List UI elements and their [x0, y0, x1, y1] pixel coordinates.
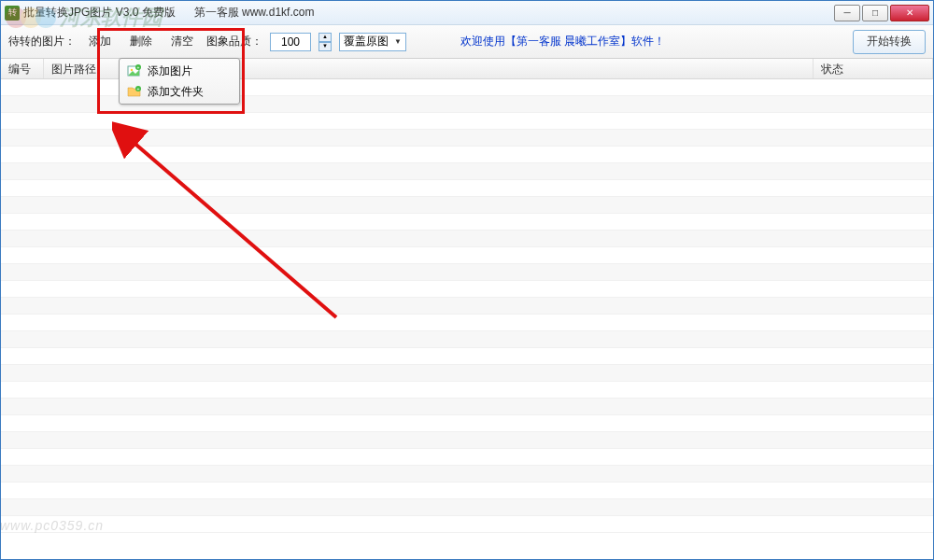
table-row: [1, 231, 933, 247]
start-convert-button[interactable]: 开始转换: [853, 30, 926, 54]
table-row: [1, 499, 933, 516]
table-row: [1, 331, 933, 348]
table-row: [1, 432, 933, 449]
table-row: [1, 382, 933, 399]
image-icon: +: [127, 63, 142, 78]
table-row: [1, 130, 933, 147]
site-info: 第一客服 www.d1kf.com: [194, 5, 315, 21]
add-image-item[interactable]: + 添加图片: [121, 61, 237, 81]
add-image-label: 添加图片: [148, 63, 192, 79]
table-row: [1, 264, 933, 281]
window-controls: ─ □ ✕: [834, 5, 929, 21]
table-row: [1, 449, 933, 466]
chevron-down-icon: ▼: [394, 37, 402, 46]
images-label: 待转的图片：: [8, 34, 76, 49]
spinner-up[interactable]: ▲: [318, 33, 332, 42]
app-title: 批量转换JPG图片 V3.0 免费版: [23, 5, 176, 21]
table-row: [1, 147, 933, 163]
quality-label: 图象品质：: [206, 34, 262, 49]
col-number[interactable]: 编号: [1, 59, 44, 78]
spinner-down[interactable]: ▼: [318, 42, 332, 51]
table-row: [1, 247, 933, 264]
table-row: [1, 214, 933, 231]
quality-input[interactable]: [270, 33, 311, 51]
overwrite-label: 覆盖原图: [344, 34, 389, 49]
svg-text:+: +: [137, 64, 140, 70]
add-dropdown-menu: + 添加图片 + 添加文件夹: [119, 58, 240, 105]
table-row: [1, 163, 933, 180]
table-row: [1, 483, 933, 499]
titlebar: 转 批量转换JPG图片 V3.0 免费版 第一客服 www.d1kf.com ─…: [1, 1, 933, 25]
svg-point-1: [131, 69, 133, 71]
folder-icon: +: [127, 84, 142, 99]
table-row: [1, 365, 933, 382]
table-row: [1, 516, 933, 533]
close-button[interactable]: ✕: [890, 5, 929, 21]
col-status[interactable]: 状态: [814, 59, 933, 78]
welcome-text: 欢迎使用【第一客服 晨曦工作室】软件！: [460, 34, 665, 49]
table-row: [1, 113, 933, 130]
table-row: [1, 466, 933, 483]
overwrite-combo[interactable]: 覆盖原图 ▼: [339, 33, 406, 51]
add-link[interactable]: 添加: [83, 32, 117, 51]
minimize-button[interactable]: ─: [834, 5, 860, 21]
file-grid[interactable]: [1, 79, 933, 559]
table-row: [1, 180, 933, 197]
add-folder-label: 添加文件夹: [148, 84, 204, 100]
clear-link[interactable]: 清空: [165, 32, 199, 51]
table-row: [1, 315, 933, 331]
quality-spinner: ▲ ▼: [318, 33, 332, 51]
delete-link[interactable]: 删除: [124, 32, 158, 51]
table-row: [1, 399, 933, 415]
add-folder-item[interactable]: + 添加文件夹: [121, 81, 237, 102]
table-row: [1, 415, 933, 432]
app-icon: 转: [5, 6, 20, 21]
maximize-button[interactable]: □: [862, 5, 888, 21]
table-row: [1, 197, 933, 214]
svg-text:+: +: [137, 86, 140, 91]
table-row: [1, 281, 933, 298]
toolbar: 待转的图片： 添加 删除 清空 图象品质： ▲ ▼ 覆盖原图 ▼ 欢迎使用【第一…: [1, 25, 933, 59]
table-row: [1, 298, 933, 315]
table-row: [1, 348, 933, 365]
